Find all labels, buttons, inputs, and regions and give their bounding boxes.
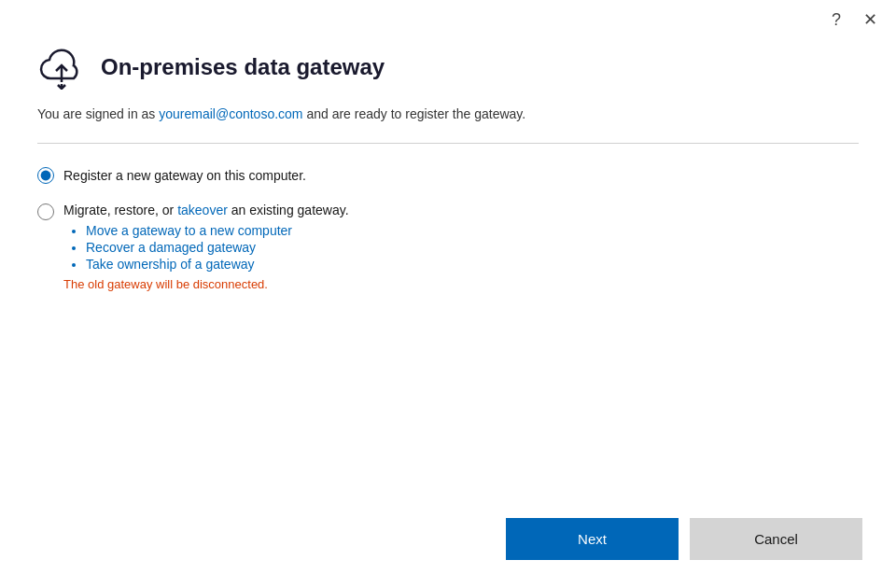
close-button[interactable]: ✕ [858,9,883,30]
disconnect-note: The old gateway will be disconnected. [63,277,349,291]
migrate-label: Migrate, restore, or takeover an existin… [63,203,349,217]
bullet-take-ownership: Take ownership of a gateway [86,257,349,272]
cancel-button[interactable]: Cancel [690,518,862,560]
radio-migrate[interactable] [37,203,54,220]
bullet-move-gateway: Move a gateway to a new computer [86,223,349,238]
signed-in-prefix: You are signed in as [37,106,159,121]
title-bar: ? ✕ [0,0,896,35]
signed-in-suffix: and are ready to register the gateway. [303,106,526,121]
migrate-label-suffix: an existing gateway. [228,203,349,217]
takeover-link[interactable]: takeover [177,203,228,217]
signed-in-text: You are signed in as youremail@contoso.c… [37,105,859,124]
radio-register[interactable] [37,167,54,184]
migrate-section: Migrate, restore, or takeover an existin… [63,203,349,291]
dialog-container: ? ✕ On-premises data gateway You are sig… [0,0,896,588]
dialog-footer: Next Cancel [0,503,896,588]
help-button[interactable]: ? [826,9,847,30]
next-button[interactable]: Next [506,518,679,560]
dialog-content: On-premises data gateway You are signed … [0,35,896,503]
bullet-list: Move a gateway to a new computer Recover… [69,223,349,272]
radio-option-migrate: Migrate, restore, or takeover an existin… [37,203,859,291]
cloud-upload-icon [37,45,86,90]
migrate-label-prefix: Migrate, restore, or [63,203,177,217]
dialog-title: On-premises data gateway [101,54,385,80]
radio-register-label: Register a new gateway on this computer. [63,166,306,186]
header-row: On-premises data gateway [37,45,859,90]
bullet-recover-gateway: Recover a damaged gateway [86,240,349,255]
radio-options: Register a new gateway on this computer.… [37,166,859,291]
section-divider [37,143,859,144]
user-email: youremail@contoso.com [159,106,302,121]
radio-option-register: Register a new gateway on this computer. [37,166,859,186]
